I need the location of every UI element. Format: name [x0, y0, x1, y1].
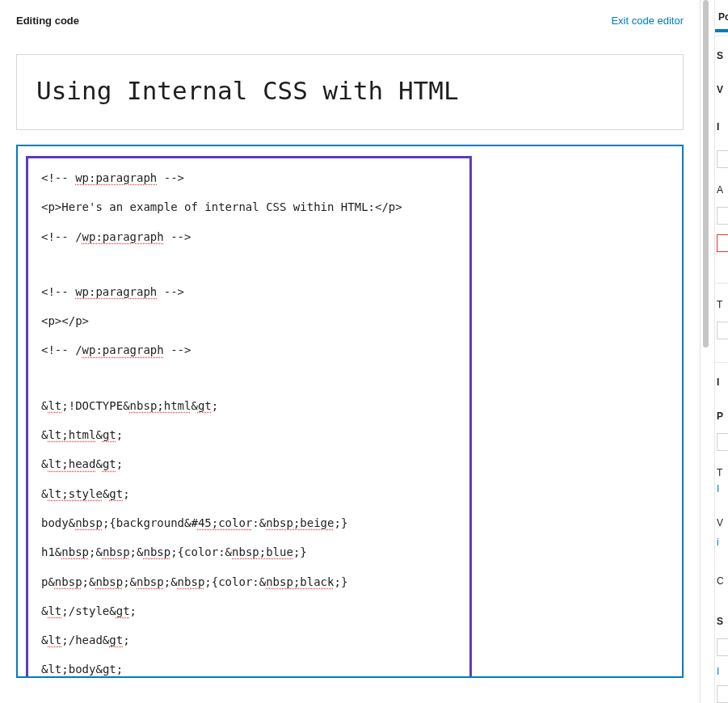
sidebar-sep [715, 283, 728, 284]
spellcheck-squiggle: gt [103, 457, 116, 470]
spellcheck-squiggle: wp:paragraph [75, 171, 157, 184]
sidebar-item: I [717, 121, 719, 133]
editing-code-label: Editing code [16, 15, 79, 27]
code-line: <!-- /wp:paragraph --> [41, 342, 457, 358]
code-line: &lt;head&gt; [41, 456, 457, 472]
spellcheck-squiggle: lt;body [48, 663, 95, 676]
code-line: <p>Here's an example of internal CSS wit… [41, 199, 457, 215]
sidebar-input[interactable] [717, 433, 728, 451]
spellcheck-squiggle: lt;head [48, 457, 95, 470]
post-title-input[interactable]: Using Internal CSS with HTML [36, 76, 663, 105]
spellcheck-squiggle: lt;html [48, 428, 95, 441]
spellcheck-squiggle: gt [103, 663, 116, 676]
code-line: &lt;html&gt; [41, 427, 457, 443]
exit-code-editor-button[interactable]: Exit code editor [611, 15, 684, 27]
main-column: Editing code Exit code editor Using Inte… [0, 0, 700, 703]
code-line: &lt;style&gt; [41, 486, 457, 502]
sidebar-link[interactable]: I [717, 666, 719, 677]
spellcheck-squiggle: nbsp [61, 545, 89, 558]
sidebar-item: S [717, 616, 723, 627]
spellcheck-squiggle: nbsp [55, 575, 82, 588]
spellcheck-squiggle: gt [198, 399, 212, 412]
sidebar-sep [715, 362, 728, 363]
code-line: &lt;/head&gt; [41, 632, 457, 648]
code-editor-textarea[interactable]: <!-- wp:paragraph --><p>Here's an exampl… [26, 156, 472, 678]
sidebar-input[interactable] [717, 207, 728, 225]
spellcheck-squiggle: nbsp;blue [232, 545, 293, 558]
sidebar-item: P [717, 410, 723, 422]
sidebar-tab-underline [714, 29, 728, 32]
sidebar-input-error[interactable] [717, 234, 728, 252]
code-editor-focus-outline[interactable]: <!-- wp:paragraph --><p>Here's an exampl… [16, 145, 684, 678]
code-line: &lt;body&gt; [41, 661, 457, 677]
post-title-box[interactable]: Using Internal CSS with HTML [16, 54, 684, 130]
spellcheck-squiggle: nbsp [103, 545, 130, 558]
spellcheck-squiggle: gt [109, 487, 123, 500]
sidebar-tab-post[interactable]: Post [718, 11, 728, 23]
spellcheck-squiggle: lt [48, 634, 61, 646]
spellcheck-squiggle: nbsp [75, 516, 103, 529]
sidebar-item: I [717, 377, 719, 388]
sidebar-sep [715, 36, 728, 36]
code-line: <!-- /wp:paragraph --> [41, 229, 457, 245]
code-line: body&nbsp;{background&#45;color:&nbsp;be… [41, 515, 457, 531]
editor-topbar: Editing code Exit code editor [16, 15, 684, 27]
spellcheck-squiggle: gt [116, 604, 130, 617]
spellcheck-squiggle: gt [103, 428, 116, 441]
spellcheck-squiggle: wp:paragraph [75, 285, 157, 298]
sidebar-input[interactable] [717, 322, 728, 339]
code-line: &lt;!DOCTYPE&nbsp;html&gt; [41, 398, 457, 414]
spellcheck-squiggle: wp:paragraph [82, 230, 164, 243]
sidebar-item: V [717, 517, 723, 528]
sidebar-input[interactable] [717, 638, 728, 656]
sidebar-item: T [717, 467, 722, 478]
spellcheck-squiggle: gt [109, 634, 123, 646]
code-line: <!-- wp:paragraph --> [41, 170, 457, 186]
spellcheck-squiggle: nbsp [143, 545, 170, 558]
code-line: &lt;/style&gt; [41, 603, 457, 619]
scrollbar-thumb[interactable] [703, 0, 709, 347]
spellcheck-squiggle: lt [48, 399, 61, 412]
sidebar-link[interactable]: i [717, 537, 719, 548]
code-line: p&nbsp;&nbsp;&nbsp;&nbsp;{color:&nbsp;bl… [41, 574, 457, 590]
spellcheck-squiggle: nbsp [137, 575, 164, 588]
sidebar-item: V [717, 84, 723, 95]
code-line: h1&nbsp;&nbsp;&nbsp;{color:&nbsp;blue;} [41, 544, 457, 560]
vertical-scrollbar[interactable] [703, 0, 709, 703]
sidebar-item: A [717, 184, 723, 196]
sidebar-link[interactable]: I [717, 483, 719, 495]
spellcheck-squiggle: wp:paragraph [82, 343, 164, 356]
spellcheck-squiggle: nbsp;black [266, 575, 334, 588]
sidebar-item: C [717, 575, 724, 587]
sidebar-item: S [717, 50, 723, 61]
spellcheck-squiggle: nbsp;beige [266, 516, 334, 529]
sidebar-input[interactable] [717, 685, 728, 703]
sidebar-item: T [717, 299, 722, 310]
vertical-separator [700, 0, 701, 703]
settings-sidebar-cropped: Post S V I A T I P T I V i C S I [714, 0, 728, 703]
code-blank-line [41, 372, 457, 385]
code-line: <p></p> [41, 313, 457, 329]
spellcheck-squiggle: lt;style [48, 487, 102, 500]
spellcheck-squiggle: 45;color [198, 516, 252, 529]
spellcheck-squiggle: nbsp [178, 575, 205, 588]
viewport: { "topbar": { "editing_label": "Editing … [0, 0, 728, 703]
spellcheck-squiggle: nbsp;html [130, 399, 191, 412]
sidebar-input[interactable] [717, 150, 728, 168]
spellcheck-squiggle: nbsp [95, 575, 123, 588]
spellcheck-squiggle: lt [48, 604, 61, 617]
code-blank-line [41, 258, 457, 271]
code-line: <!-- wp:paragraph --> [41, 284, 457, 300]
